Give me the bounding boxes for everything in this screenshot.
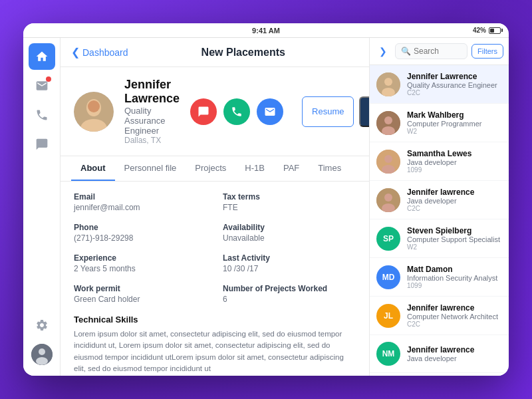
top-nav: ❮ Dashboard New Placements [61, 38, 369, 67]
right-panel-header: ❯ 🔍 Filters [370, 38, 509, 65]
experience-value: 2 Years 5 months [74, 264, 207, 273]
candidate-name: Jennifer lawrence [407, 345, 474, 354]
technical-skills-section: Technical Skills Lorem ipsum dolor sit a… [74, 315, 356, 374]
candidate-avatar: MD [376, 265, 400, 289]
candidate-role: Computer Network Architect [407, 313, 498, 321]
tab-personnel[interactable]: Personnel file [115, 156, 186, 181]
availability-value: Unavailable [223, 233, 356, 243]
last-activity-value: 10 /30 /17 [223, 264, 356, 273]
candidate-role: Computer Programmer [407, 120, 481, 128]
candidate-avatar [376, 72, 400, 96]
info-grid: Email jennifer@mail.com Tax terms FTE Ph… [74, 192, 356, 304]
list-item[interactable]: Samantha Lewes Java developer 1099 [370, 142, 509, 181]
tab-paf[interactable]: PAF [274, 156, 309, 181]
candidate-avatar: JL [376, 304, 400, 328]
tab-about[interactable]: About [71, 156, 115, 181]
list-item[interactable]: JL Jennifer lawrence Computer Network Ar… [370, 297, 509, 335]
work-permit-field: Work permit Green Card holder [74, 284, 207, 304]
tab-h1b[interactable]: H-1B [235, 156, 274, 181]
projects-worked-value: 6 [223, 295, 356, 304]
candidate-info: Jennifer lawrence Java developer C2C [407, 188, 474, 212]
svg-point-11 [384, 116, 392, 124]
candidate-type: W2 [407, 128, 481, 135]
candidate-location: Dallas, TX [124, 136, 180, 145]
search-input[interactable] [414, 47, 462, 56]
search-icon: 🔍 [401, 47, 411, 56]
tab-projects[interactable]: Projects [186, 156, 235, 181]
user-avatar-sidebar[interactable] [31, 344, 53, 365]
candidate-name: Matt Damon [407, 265, 497, 274]
sidebar-home-icon[interactable] [29, 43, 55, 70]
list-item[interactable]: MD Matt Damon Information Security Analy… [370, 258, 509, 297]
svg-point-14 [384, 155, 392, 163]
work-permit-label: Work permit [74, 284, 207, 293]
candidate-type: 1099 [407, 166, 471, 174]
email-action-button[interactable] [257, 98, 283, 125]
email-field: Email jennifer@mail.com [74, 192, 207, 212]
tax-field: Tax terms FTE [223, 192, 356, 212]
sidebar-chat-icon[interactable] [29, 131, 55, 158]
list-item[interactable]: NM Jennifer lawrence Java developer [370, 335, 509, 373]
right-panel: ❯ 🔍 Filters Jennifer Lawrence Quality As… [369, 38, 509, 376]
candidate-role: Computer Support Specialist [407, 235, 500, 243]
email-value: jennifer@mail.com [74, 203, 207, 212]
list-item[interactable]: Jennifer Lawrence Quality Assurance Engi… [370, 65, 509, 104]
phone-action-button[interactable] [223, 98, 250, 125]
candidate-role: Quality Assurance Engineer [407, 81, 497, 89]
candidate-type: W2 [407, 243, 500, 251]
candidate-name: Jennifer Lawrence [124, 78, 180, 106]
sidebar-settings-icon[interactable] [29, 312, 55, 338]
candidate-info: Jennifer lawrence Computer Network Archi… [407, 303, 498, 328]
candidate-info: Mark Wahlberg Computer Programmer W2 [407, 110, 481, 135]
candidate-info: Samantha Lewes Java developer 1099 [407, 149, 471, 174]
filters-button[interactable]: Filters [471, 44, 503, 59]
candidate-list: Jennifer Lawrence Quality Assurance Engi… [370, 65, 509, 376]
sidebar-mail-icon[interactable] [29, 72, 55, 99]
list-item[interactable]: Mark Wahlberg Computer Programmer W2 [370, 104, 509, 142]
tech-skills-label: Technical Skills [74, 315, 356, 325]
expand-panel-button[interactable]: ❯ [375, 43, 391, 59]
back-button[interactable]: ❮ Dashboard [71, 46, 128, 59]
profile-info: Jennifer Lawrence Quality Assurance Engi… [124, 78, 180, 145]
candidate-name: Jennifer lawrence [407, 303, 498, 313]
candidate-name: Jennifer lawrence [407, 188, 474, 197]
tab-times[interactable]: Times [309, 156, 350, 181]
experience-field: Experience 2 Years 5 months [74, 253, 207, 273]
candidate-avatar [376, 111, 400, 135]
candidate-avatar: SP [376, 227, 400, 251]
candidate-name: Samantha Lewes [407, 149, 471, 158]
last-activity-field: Last Activity 10 /30 /17 [223, 253, 356, 273]
candidate-type: C2C [407, 321, 498, 328]
candidate-info: Matt Damon Information Security Analyst … [407, 265, 497, 289]
message-action-button[interactable] [190, 98, 217, 125]
phone-value: (271)-918-29298 [74, 233, 207, 243]
svg-point-17 [384, 194, 392, 201]
main-panel: ❮ Dashboard New Placements Jennifer Lawr [61, 38, 369, 376]
battery-percent: 42% [473, 27, 486, 34]
svg-point-2 [36, 357, 48, 365]
phone-field: Phone (271)-918-29298 [74, 223, 207, 243]
last-activity-label: Last Activity [223, 253, 356, 263]
sidebar-phone-icon[interactable] [29, 102, 55, 128]
action-buttons: Resume Video Profile [302, 96, 369, 127]
content-area: Email jennifer@mail.com Tax terms FTE Ph… [61, 182, 369, 376]
resume-button[interactable]: Resume [302, 96, 354, 127]
phone-label: Phone [74, 223, 207, 232]
back-chevron-icon: ❮ [71, 46, 80, 59]
video-profile-button[interactable]: Video Profile [359, 96, 369, 127]
email-label: Email [74, 192, 207, 201]
availability-label: Availability [223, 223, 356, 232]
list-item[interactable]: SP Steven Spielberg Computer Support Spe… [370, 219, 509, 258]
candidate-type: C2C [407, 89, 497, 96]
status-bar: 9:41 AM 42% [23, 23, 509, 38]
list-item[interactable]: Jennifer lawrence Java developer C2C [370, 181, 509, 219]
work-permit-value: Green Card holder [74, 295, 207, 304]
candidate-name: Steven Spielberg [407, 226, 500, 235]
projects-worked-field: Number of Prejects Worked 6 [223, 284, 356, 304]
status-icons: 42% [473, 27, 501, 34]
profile-actions [190, 98, 283, 125]
candidate-avatar: NM [376, 342, 400, 366]
candidate-info: Steven Spielberg Computer Support Specia… [407, 226, 500, 251]
candidate-role: Information Security Analyst [407, 274, 497, 282]
tabs-row: About Personnel file Projects H-1B PAF T… [61, 156, 369, 182]
